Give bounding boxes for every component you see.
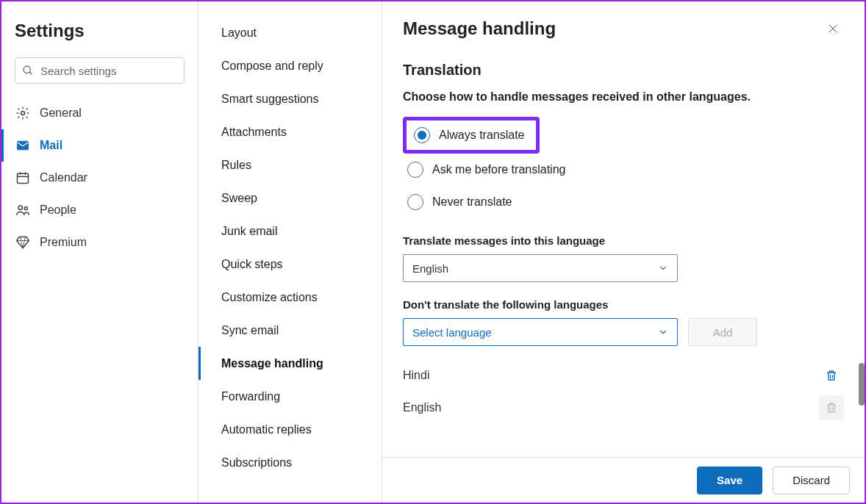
gear-icon: [15, 105, 31, 121]
translate-into-select[interactable]: English: [403, 254, 678, 282]
subnav-item[interactable]: Forwarding: [198, 380, 382, 413]
subnav-item[interactable]: Automatic replies: [198, 413, 382, 446]
close-icon: [827, 23, 839, 35]
radio-option[interactable]: Ask me before translating: [403, 154, 844, 186]
nav-item-label: Mail: [40, 139, 62, 152]
select-language-dropdown[interactable]: Select language: [403, 318, 678, 346]
radio-label: Always translate: [439, 129, 525, 142]
discard-button[interactable]: Discard: [773, 467, 850, 494]
subnav-item[interactable]: Junk email: [198, 215, 382, 248]
scrollbar-thumb[interactable]: [859, 363, 865, 406]
panel-body: Translation Choose how to handle message…: [382, 46, 865, 457]
subnav-item[interactable]: Customize actions: [198, 281, 382, 314]
radio-option[interactable]: Never translate: [403, 186, 844, 218]
settings-sidebar: Settings GeneralMailCalendarPeoplePremiu…: [1, 1, 198, 503]
subnav-item[interactable]: Sync email: [198, 314, 382, 347]
radio-option[interactable]: Always translate: [403, 117, 540, 154]
delete-language-button: [819, 395, 844, 420]
radio-icon: [407, 162, 423, 178]
delete-language-button[interactable]: [819, 363, 844, 388]
svg-point-0: [24, 66, 30, 73]
excluded-language-row: Hindi: [403, 359, 844, 392]
excluded-language-list: HindiEnglish: [403, 359, 844, 424]
select-language-placeholder: Select language: [412, 326, 492, 339]
radio-label: Never translate: [432, 195, 512, 209]
nav-item-general[interactable]: General: [1, 97, 185, 129]
section-description: Choose how to handle messages received i…: [403, 90, 844, 104]
nav-item-label: General: [40, 107, 82, 120]
radio-icon: [407, 194, 423, 210]
subnav-list: LayoutCompose and replySmart suggestions…: [198, 16, 382, 479]
section-title: Translation: [403, 62, 844, 79]
svg-line-1: [29, 72, 32, 74]
close-button[interactable]: [822, 18, 844, 40]
settings-panel: Message handling Translation Choose how …: [382, 1, 865, 503]
translate-into-label: Translate messages into this language: [403, 234, 844, 247]
translate-into-value: English: [412, 262, 448, 275]
trash-icon: [825, 369, 838, 382]
subnav-item[interactable]: Message handling: [198, 347, 382, 380]
mail-subnav: LayoutCompose and replySmart suggestions…: [198, 1, 382, 503]
chevron-down-icon: [658, 327, 668, 337]
subnav-item[interactable]: Compose and reply: [198, 49, 382, 82]
nav-item-label: Calendar: [40, 171, 87, 184]
radio-icon: [414, 127, 430, 143]
add-button[interactable]: Add: [688, 318, 757, 346]
panel-footer: Save Discard: [382, 457, 865, 503]
excluded-language-row: English: [403, 392, 844, 424]
subnav-item[interactable]: Quick steps: [198, 248, 382, 281]
trash-icon: [825, 401, 838, 414]
subnav-item[interactable]: Sweep: [198, 181, 382, 215]
nav-item-premium[interactable]: Premium: [1, 226, 185, 259]
settings-title: Settings: [15, 21, 185, 41]
search-field-wrap: [15, 57, 185, 84]
nav-list: GeneralMailCalendarPeoplePremium: [15, 97, 185, 259]
diamond-icon: [15, 234, 31, 251]
save-button[interactable]: Save: [697, 467, 762, 494]
dont-translate-label: Don't translate the following languages: [403, 298, 844, 311]
panel-title: Message handling: [403, 18, 556, 39]
panel-header: Message handling: [382, 1, 865, 46]
add-language-row: Select language Add: [403, 318, 844, 346]
nav-item-label: Premium: [40, 236, 87, 249]
language-name: Hindi: [403, 369, 429, 382]
search-icon: [22, 65, 34, 76]
radio-label: Ask me before translating: [432, 163, 565, 176]
nav-item-mail[interactable]: Mail: [1, 129, 185, 162]
people-icon: [15, 202, 31, 218]
chevron-down-icon: [658, 263, 668, 273]
nav-item-people[interactable]: People: [1, 194, 185, 226]
language-name: English: [403, 401, 441, 414]
subnav-item[interactable]: Subscriptions: [198, 446, 382, 479]
nav-item-calendar[interactable]: Calendar: [1, 162, 185, 194]
subnav-item[interactable]: Smart suggestions: [198, 82, 382, 115]
subnav-item[interactable]: Rules: [198, 148, 382, 181]
mail-icon: [15, 137, 31, 154]
calendar-icon: [15, 170, 31, 186]
subnav-item[interactable]: Layout: [198, 16, 382, 49]
subnav-item[interactable]: Attachments: [198, 115, 382, 148]
search-input[interactable]: [15, 57, 185, 84]
translation-radio-group: Always translateAsk me before translatin…: [403, 117, 844, 218]
nav-item-label: People: [40, 204, 76, 217]
